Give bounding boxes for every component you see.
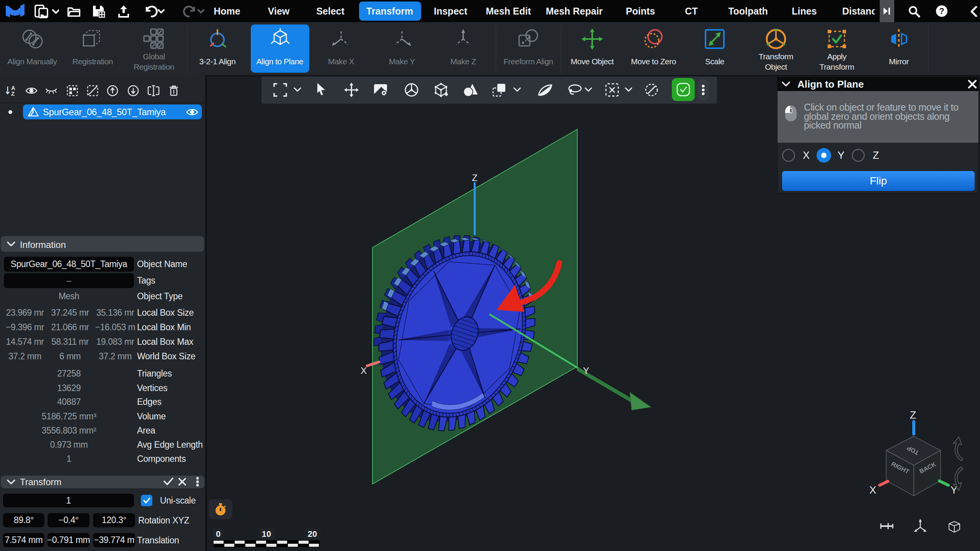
svg-text:Z: Z <box>910 409 916 421</box>
svg-text:Z: Z <box>11 90 15 96</box>
svg-text:Y: Y <box>951 484 957 496</box>
svg-text:X: X <box>361 365 367 376</box>
svg-text:X: X <box>869 484 876 496</box>
svg-text:Z: Z <box>472 173 478 183</box>
svg-text:Y: Y <box>583 365 589 376</box>
svg-text:?: ? <box>939 6 944 16</box>
